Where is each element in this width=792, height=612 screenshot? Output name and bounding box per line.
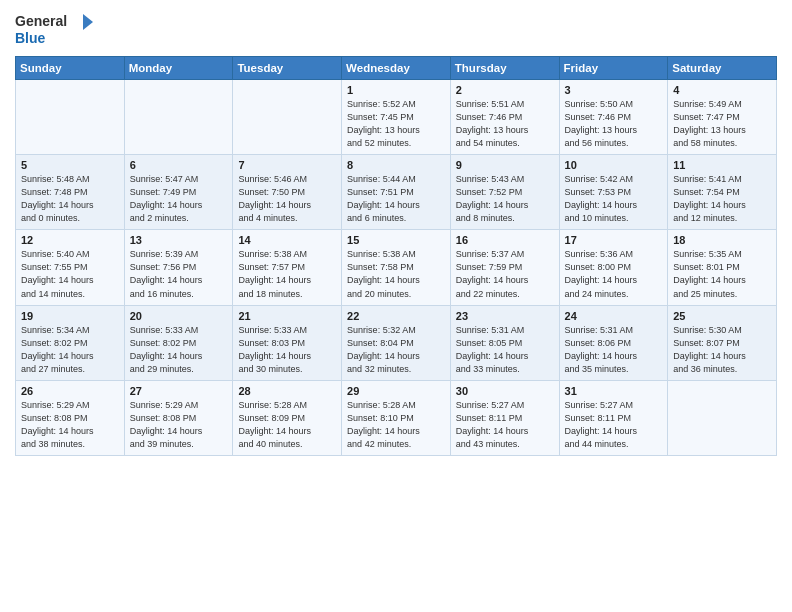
day-number: 11 (673, 159, 771, 171)
day-info: Sunrise: 5:50 AM Sunset: 7:46 PM Dayligh… (565, 98, 663, 150)
day-info: Sunrise: 5:44 AM Sunset: 7:51 PM Dayligh… (347, 173, 445, 225)
day-number: 9 (456, 159, 554, 171)
day-number: 16 (456, 234, 554, 246)
day-info: Sunrise: 5:27 AM Sunset: 8:11 PM Dayligh… (565, 399, 663, 451)
svg-text:Blue: Blue (15, 30, 46, 46)
day-number: 24 (565, 310, 663, 322)
calendar-page: General Blue SundayMondayTuesdayWednesda… (0, 0, 792, 466)
week-row: 12Sunrise: 5:40 AM Sunset: 7:55 PM Dayli… (16, 230, 777, 305)
day-info: Sunrise: 5:32 AM Sunset: 8:04 PM Dayligh… (347, 324, 445, 376)
header-cell: Saturday (668, 57, 777, 80)
day-info: Sunrise: 5:38 AM Sunset: 7:57 PM Dayligh… (238, 248, 336, 300)
day-number: 25 (673, 310, 771, 322)
day-cell: 2Sunrise: 5:51 AM Sunset: 7:46 PM Daylig… (450, 80, 559, 155)
day-cell: 1Sunrise: 5:52 AM Sunset: 7:45 PM Daylig… (342, 80, 451, 155)
day-cell: 7Sunrise: 5:46 AM Sunset: 7:50 PM Daylig… (233, 155, 342, 230)
day-cell: 10Sunrise: 5:42 AM Sunset: 7:53 PM Dayli… (559, 155, 668, 230)
day-cell: 23Sunrise: 5:31 AM Sunset: 8:05 PM Dayli… (450, 305, 559, 380)
week-row: 1Sunrise: 5:52 AM Sunset: 7:45 PM Daylig… (16, 80, 777, 155)
day-info: Sunrise: 5:37 AM Sunset: 7:59 PM Dayligh… (456, 248, 554, 300)
calendar-table: SundayMondayTuesdayWednesdayThursdayFrid… (15, 56, 777, 456)
day-info: Sunrise: 5:34 AM Sunset: 8:02 PM Dayligh… (21, 324, 119, 376)
day-info: Sunrise: 5:33 AM Sunset: 8:03 PM Dayligh… (238, 324, 336, 376)
day-number: 17 (565, 234, 663, 246)
svg-marker-2 (83, 14, 93, 30)
day-number: 31 (565, 385, 663, 397)
day-number: 21 (238, 310, 336, 322)
svg-text:General: General (15, 13, 67, 29)
day-cell: 30Sunrise: 5:27 AM Sunset: 8:11 PM Dayli… (450, 380, 559, 455)
day-number: 15 (347, 234, 445, 246)
day-cell: 28Sunrise: 5:28 AM Sunset: 8:09 PM Dayli… (233, 380, 342, 455)
day-info: Sunrise: 5:40 AM Sunset: 7:55 PM Dayligh… (21, 248, 119, 300)
day-cell: 3Sunrise: 5:50 AM Sunset: 7:46 PM Daylig… (559, 80, 668, 155)
day-info: Sunrise: 5:27 AM Sunset: 8:11 PM Dayligh… (456, 399, 554, 451)
day-number: 2 (456, 84, 554, 96)
day-info: Sunrise: 5:33 AM Sunset: 8:02 PM Dayligh… (130, 324, 228, 376)
day-number: 6 (130, 159, 228, 171)
day-number: 1 (347, 84, 445, 96)
day-info: Sunrise: 5:30 AM Sunset: 8:07 PM Dayligh… (673, 324, 771, 376)
day-info: Sunrise: 5:35 AM Sunset: 8:01 PM Dayligh… (673, 248, 771, 300)
day-info: Sunrise: 5:52 AM Sunset: 7:45 PM Dayligh… (347, 98, 445, 150)
day-cell: 20Sunrise: 5:33 AM Sunset: 8:02 PM Dayli… (124, 305, 233, 380)
day-cell: 16Sunrise: 5:37 AM Sunset: 7:59 PM Dayli… (450, 230, 559, 305)
week-row: 5Sunrise: 5:48 AM Sunset: 7:48 PM Daylig… (16, 155, 777, 230)
day-number: 28 (238, 385, 336, 397)
day-cell: 17Sunrise: 5:36 AM Sunset: 8:00 PM Dayli… (559, 230, 668, 305)
day-cell: 13Sunrise: 5:39 AM Sunset: 7:56 PM Dayli… (124, 230, 233, 305)
week-row: 19Sunrise: 5:34 AM Sunset: 8:02 PM Dayli… (16, 305, 777, 380)
day-number: 26 (21, 385, 119, 397)
day-cell: 19Sunrise: 5:34 AM Sunset: 8:02 PM Dayli… (16, 305, 125, 380)
day-cell: 25Sunrise: 5:30 AM Sunset: 8:07 PM Dayli… (668, 305, 777, 380)
page-header: General Blue (15, 10, 777, 48)
day-number: 4 (673, 84, 771, 96)
day-number: 12 (21, 234, 119, 246)
day-cell: 6Sunrise: 5:47 AM Sunset: 7:49 PM Daylig… (124, 155, 233, 230)
day-info: Sunrise: 5:48 AM Sunset: 7:48 PM Dayligh… (21, 173, 119, 225)
day-number: 22 (347, 310, 445, 322)
day-cell: 18Sunrise: 5:35 AM Sunset: 8:01 PM Dayli… (668, 230, 777, 305)
day-cell: 31Sunrise: 5:27 AM Sunset: 8:11 PM Dayli… (559, 380, 668, 455)
day-cell: 9Sunrise: 5:43 AM Sunset: 7:52 PM Daylig… (450, 155, 559, 230)
day-info: Sunrise: 5:51 AM Sunset: 7:46 PM Dayligh… (456, 98, 554, 150)
header-cell: Friday (559, 57, 668, 80)
day-cell: 29Sunrise: 5:28 AM Sunset: 8:10 PM Dayli… (342, 380, 451, 455)
week-row: 26Sunrise: 5:29 AM Sunset: 8:08 PM Dayli… (16, 380, 777, 455)
day-info: Sunrise: 5:29 AM Sunset: 8:08 PM Dayligh… (21, 399, 119, 451)
day-info: Sunrise: 5:36 AM Sunset: 8:00 PM Dayligh… (565, 248, 663, 300)
header-cell: Monday (124, 57, 233, 80)
day-info: Sunrise: 5:46 AM Sunset: 7:50 PM Dayligh… (238, 173, 336, 225)
day-number: 14 (238, 234, 336, 246)
day-cell: 12Sunrise: 5:40 AM Sunset: 7:55 PM Dayli… (16, 230, 125, 305)
header-cell: Sunday (16, 57, 125, 80)
day-cell: 24Sunrise: 5:31 AM Sunset: 8:06 PM Dayli… (559, 305, 668, 380)
day-info: Sunrise: 5:41 AM Sunset: 7:54 PM Dayligh… (673, 173, 771, 225)
day-info: Sunrise: 5:49 AM Sunset: 7:47 PM Dayligh… (673, 98, 771, 150)
day-cell: 14Sunrise: 5:38 AM Sunset: 7:57 PM Dayli… (233, 230, 342, 305)
day-info: Sunrise: 5:31 AM Sunset: 8:05 PM Dayligh… (456, 324, 554, 376)
day-cell: 4Sunrise: 5:49 AM Sunset: 7:47 PM Daylig… (668, 80, 777, 155)
day-cell: 15Sunrise: 5:38 AM Sunset: 7:58 PM Dayli… (342, 230, 451, 305)
day-number: 3 (565, 84, 663, 96)
header-cell: Tuesday (233, 57, 342, 80)
day-info: Sunrise: 5:28 AM Sunset: 8:09 PM Dayligh… (238, 399, 336, 451)
day-cell: 22Sunrise: 5:32 AM Sunset: 8:04 PM Dayli… (342, 305, 451, 380)
day-number: 13 (130, 234, 228, 246)
day-number: 20 (130, 310, 228, 322)
day-cell (233, 80, 342, 155)
day-info: Sunrise: 5:42 AM Sunset: 7:53 PM Dayligh… (565, 173, 663, 225)
header-row: SundayMondayTuesdayWednesdayThursdayFrid… (16, 57, 777, 80)
day-number: 30 (456, 385, 554, 397)
header-cell: Wednesday (342, 57, 451, 80)
day-number: 8 (347, 159, 445, 171)
header-cell: Thursday (450, 57, 559, 80)
day-cell: 11Sunrise: 5:41 AM Sunset: 7:54 PM Dayli… (668, 155, 777, 230)
day-cell: 26Sunrise: 5:29 AM Sunset: 8:08 PM Dayli… (16, 380, 125, 455)
day-info: Sunrise: 5:38 AM Sunset: 7:58 PM Dayligh… (347, 248, 445, 300)
day-info: Sunrise: 5:31 AM Sunset: 8:06 PM Dayligh… (565, 324, 663, 376)
day-number: 7 (238, 159, 336, 171)
day-number: 19 (21, 310, 119, 322)
day-number: 29 (347, 385, 445, 397)
day-number: 18 (673, 234, 771, 246)
